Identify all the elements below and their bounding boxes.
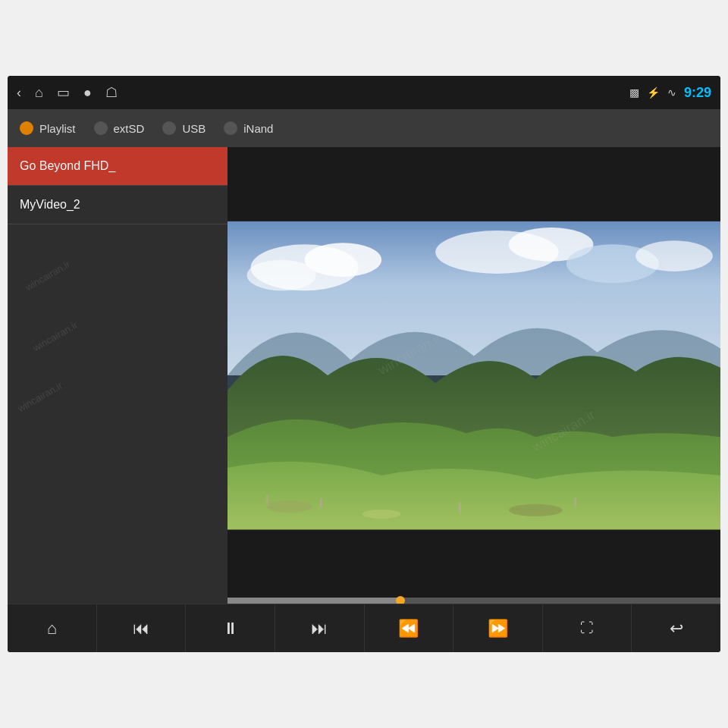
fullscreen-icon: ⛶ — [580, 620, 594, 636]
home-icon[interactable]: ⌂ — [35, 85, 43, 101]
svg-rect-12 — [320, 499, 322, 508]
bluetooth-icon: ⚡ — [647, 86, 660, 99]
source-dot-inand — [224, 121, 237, 135]
status-bar: ‹ ⌂ ▭ ● ☖ ▩ ⚡ ∿ 9:29 — [8, 76, 720, 109]
nav-icons: ‹ ⌂ ▭ ● ☖ — [17, 84, 118, 101]
control-bar: ⌂ ⏮ ⏸ ⏭ ⏪ ⏩ ⛶ ↩ — [8, 604, 720, 652]
playlist-item-text-0: Go Beyond FHD_ — [20, 159, 115, 172]
camera-icon[interactable]: ● — [83, 85, 92, 101]
back-ctrl-icon: ↩ — [670, 619, 683, 639]
source-dot-usb — [162, 121, 176, 135]
progress-bar[interactable] — [228, 598, 720, 604]
rewind-icon: ⏪ — [398, 619, 419, 639]
back-icon[interactable]: ‹ — [17, 85, 21, 101]
source-dot-extsd — [94, 121, 108, 135]
recents-icon[interactable]: ▭ — [57, 84, 70, 101]
shopping-icon[interactable]: ☖ — [105, 84, 118, 101]
svg-point-8 — [266, 500, 312, 513]
rewind-button[interactable]: ⏪ — [365, 604, 454, 652]
source-playlist[interactable]: Playlist — [20, 121, 76, 135]
source-inand[interactable]: iNand — [224, 121, 273, 135]
fullscreen-button[interactable]: ⛶ — [543, 604, 632, 652]
svg-rect-14 — [574, 497, 576, 507]
watermark-1: wincairan.ir — [24, 259, 72, 293]
source-dot-playlist — [20, 121, 33, 135]
svg-point-3 — [246, 260, 315, 291]
source-label-usb: USB — [182, 122, 206, 135]
main-content: Go Beyond FHD_ MyVideo_2 wincairan.ir wi… — [8, 147, 720, 604]
svg-point-9 — [362, 510, 401, 519]
pause-button[interactable]: ⏸ — [186, 604, 275, 652]
prev-icon: ⏮ — [133, 619, 149, 639]
video-frame: wincairan.ir wincairan.ir — [228, 147, 720, 604]
video-panel: wincairan.ir wincairan.ir — [228, 147, 720, 604]
playlist-item-1[interactable]: MyVideo_2 — [8, 186, 228, 224]
wifi-icon: ∿ — [667, 86, 676, 99]
fastforward-button[interactable]: ⏩ — [453, 604, 543, 652]
next-button[interactable]: ⏭ — [275, 604, 365, 652]
svg-rect-13 — [459, 503, 461, 513]
source-label-inand: iNand — [243, 122, 273, 135]
svg-rect-11 — [266, 494, 268, 506]
prev-button[interactable]: ⏮ — [97, 604, 187, 652]
progress-fill — [228, 598, 400, 604]
watermark-2: wincairan.ir — [31, 319, 80, 354]
watermark-3: wincairan.ir — [16, 380, 64, 415]
device-frame: ‹ ⌂ ▭ ● ☖ ▩ ⚡ ∿ 9:29 Playlist extSD USB — [8, 76, 720, 652]
clock: 9:29 — [684, 85, 711, 101]
source-extsd[interactable]: extSD — [94, 121, 145, 135]
cast-icon: ▩ — [629, 86, 639, 99]
svg-point-10 — [509, 504, 563, 516]
progress-thumb[interactable] — [396, 596, 405, 604]
playlist-panel: Go Beyond FHD_ MyVideo_2 wincairan.ir wi… — [8, 147, 228, 604]
home-button[interactable]: ⌂ — [8, 604, 97, 652]
next-icon: ⏭ — [311, 619, 328, 639]
pause-icon: ⏸ — [222, 619, 239, 639]
svg-point-7 — [635, 240, 713, 271]
source-label-playlist: Playlist — [39, 122, 76, 135]
video-container[interactable]: wincairan.ir wincairan.ir — [228, 147, 720, 604]
back-ctrl-button[interactable]: ↩ — [632, 604, 720, 652]
fastforward-icon: ⏩ — [488, 619, 508, 639]
home-ctrl-icon: ⌂ — [47, 619, 57, 639]
status-right: ▩ ⚡ ∿ 9:29 — [629, 85, 711, 101]
source-bar: Playlist extSD USB iNand — [8, 109, 720, 147]
source-label-extsd: extSD — [114, 122, 145, 135]
source-usb[interactable]: USB — [162, 121, 206, 135]
playlist-item-0[interactable]: Go Beyond FHD_ — [8, 147, 228, 186]
playlist-item-text-1: MyVideo_2 — [20, 198, 80, 211]
svg-point-2 — [305, 243, 382, 277]
